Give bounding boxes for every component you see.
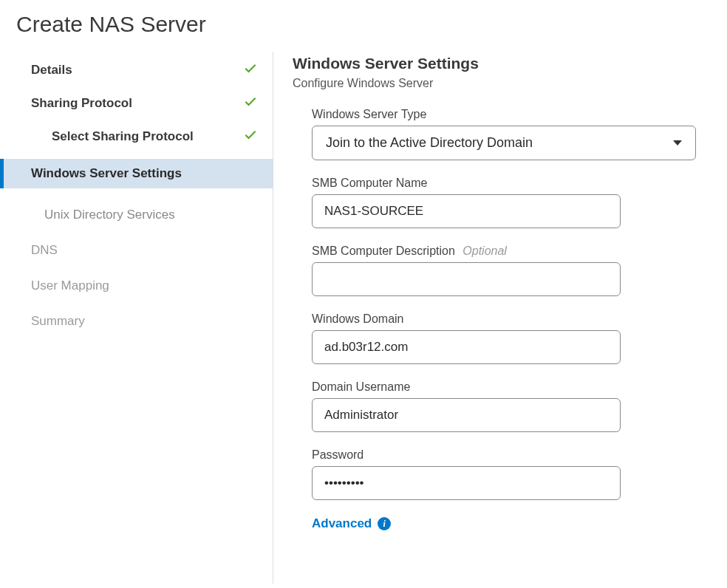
advanced-row: Advanced i (312, 516, 712, 531)
content-wrapper: Details Sharing Protocol Select Sharing … (0, 52, 727, 584)
username-input[interactable] (312, 398, 621, 432)
wizard-sidebar: Details Sharing Protocol Select Sharing … (0, 52, 273, 584)
advanced-link[interactable]: Advanced (312, 516, 372, 531)
check-icon (243, 61, 258, 79)
server-type-select[interactable]: Join to the Active Directory Domain (312, 126, 696, 160)
sidebar-item-select-sharing-protocol[interactable]: Select Sharing Protocol (0, 120, 273, 153)
field-domain: Windows Domain (312, 312, 712, 364)
sidebar-item-user-mapping[interactable]: User Mapping (0, 271, 273, 301)
field-smb-name: SMB Computer Name (312, 177, 712, 228)
smb-name-label: SMB Computer Name (312, 177, 712, 190)
field-server-type: Windows Server Type Join to the Active D… (312, 108, 712, 160)
sidebar-item-label: Details (31, 63, 72, 78)
sidebar-item-label: Select Sharing Protocol (52, 129, 194, 144)
domain-input[interactable] (312, 330, 621, 364)
page-title: Create NAS Server (0, 0, 727, 52)
smb-desc-label: SMB Computer Description Optional (312, 245, 712, 258)
smb-desc-label-text: SMB Computer Description (312, 245, 455, 257)
optional-tag: Optional (463, 245, 507, 257)
sidebar-item-label: Windows Server Settings (31, 166, 182, 181)
sidebar-item-label: Unix Directory Services (44, 208, 175, 222)
server-type-value: Join to the Active Directory Domain (326, 135, 533, 151)
sidebar-item-label: Sharing Protocol (31, 96, 132, 111)
chevron-down-icon (673, 140, 682, 146)
check-icon (243, 94, 258, 112)
field-username: Domain Username (312, 380, 712, 432)
check-icon (243, 127, 258, 146)
server-type-label: Windows Server Type (312, 108, 712, 121)
sidebar-item-windows-server-settings[interactable]: Windows Server Settings (0, 159, 273, 188)
sidebar-item-label: DNS (31, 243, 58, 258)
smb-desc-input[interactable] (312, 262, 621, 296)
sidebar-item-unix-directory-services[interactable]: Unix Directory Services (0, 200, 273, 230)
smb-name-input[interactable] (312, 194, 621, 228)
info-icon[interactable]: i (378, 517, 391, 530)
section-subtitle: Configure Windows Server (293, 77, 712, 90)
sidebar-item-dns[interactable]: DNS (0, 236, 273, 265)
sidebar-item-sharing-protocol[interactable]: Sharing Protocol (0, 86, 273, 120)
main-panel: Windows Server Settings Configure Window… (273, 52, 727, 584)
field-smb-desc: SMB Computer Description Optional (312, 245, 712, 296)
domain-label: Windows Domain (312, 312, 712, 326)
sidebar-item-details[interactable]: Details (0, 53, 273, 86)
form-area: Windows Server Type Join to the Active D… (293, 108, 712, 531)
password-label: Password (312, 448, 712, 462)
section-title: Windows Server Settings (293, 55, 712, 72)
sidebar-item-label: Summary (31, 314, 85, 329)
password-input[interactable] (312, 466, 621, 500)
sidebar-item-label: User Mapping (31, 278, 109, 293)
sidebar-item-summary[interactable]: Summary (0, 307, 273, 336)
username-label: Domain Username (312, 380, 712, 394)
field-password: Password (312, 448, 712, 500)
